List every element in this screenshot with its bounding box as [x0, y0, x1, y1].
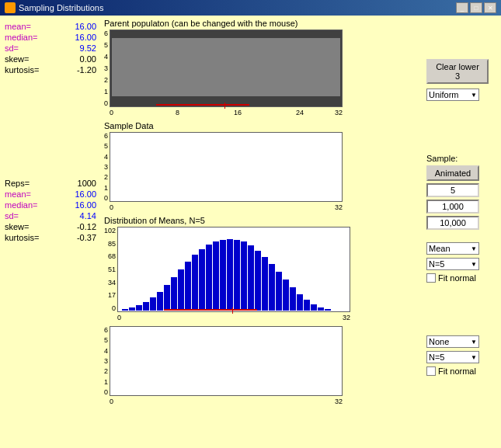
distribution-select[interactable]: Uniform ▼	[426, 89, 479, 101]
svg-rect-8	[171, 277, 177, 311]
fit-normal-checkbox[interactable]	[426, 273, 436, 283]
svg-rect-22	[269, 264, 275, 311]
n-arrow-icon: ▼	[471, 261, 477, 268]
bottom-kurtosis-value: -0.37	[65, 233, 96, 242]
n-label: N=5	[429, 259, 445, 269]
svg-rect-26	[297, 294, 303, 311]
fourth-chart-section: 6 5 4 3 2 1 0 0 32	[104, 326, 420, 405]
dist-chart-section: Distribution of Means, N=5 102 85 68 51 …	[104, 216, 420, 321]
reps-label: Reps=	[5, 179, 30, 188]
none-arrow-icon: ▼	[471, 339, 477, 346]
svg-rect-11	[192, 255, 198, 311]
bottom-kurtosis-row: kurtosis= -0.37	[5, 233, 96, 242]
maximize-button[interactable]: □	[470, 2, 482, 13]
mean-row: mean= 16.00	[5, 22, 96, 31]
bottom-mean-label: mean=	[5, 189, 31, 199]
parent-chart-section: Parent populaton (can be changed with th…	[104, 19, 420, 116]
svg-rect-7	[164, 285, 170, 311]
sd-row: sd= 9.52	[5, 43, 96, 53]
svg-rect-29	[318, 307, 324, 311]
bottom-mean-row: mean= 16.00	[5, 189, 96, 199]
reps-value: 1000	[65, 179, 96, 188]
svg-rect-28	[311, 304, 317, 311]
statistic-label: Mean	[429, 244, 451, 253]
svg-rect-4	[143, 302, 149, 311]
title-bar-left: Sampling Distributions	[5, 2, 103, 13]
fit-normal-row-2: Fit normal	[426, 366, 498, 376]
fit-normal-label: Fit normal	[438, 273, 476, 283]
bottom-sd-label: sd=	[5, 211, 19, 221]
app-icon	[5, 2, 16, 13]
statistic-arrow-icon: ▼	[471, 245, 477, 252]
fit-normal-label-2: Fit normal	[438, 366, 476, 376]
skew-row: skew= 0.00	[5, 54, 96, 64]
title-controls[interactable]: _ □ ✕	[456, 2, 496, 13]
sample-chart-title: Sample Data	[104, 121, 420, 130]
svg-rect-27	[304, 300, 310, 311]
skew-label: skew=	[5, 54, 30, 64]
svg-rect-30	[325, 309, 331, 311]
svg-rect-23	[276, 272, 282, 311]
svg-rect-13	[206, 245, 212, 311]
sd-value: 9.52	[65, 43, 96, 53]
svg-rect-21	[262, 257, 268, 311]
kurtosis-value: -1.20	[65, 65, 96, 75]
kurtosis-label: kurtosis=	[5, 65, 39, 75]
reps-row: Reps= 1000	[5, 179, 96, 188]
dist-chart: 0 32	[117, 227, 350, 321]
n-arrow-icon-2: ▼	[471, 354, 477, 361]
fit-normal-row: Fit normal	[426, 273, 498, 283]
center-panel: Parent populaton (can be changed with th…	[101, 16, 423, 448]
right-panel: Clear lower 3 Uniform ▼ Sample: Animated…	[423, 16, 501, 448]
svg-rect-12	[199, 249, 205, 311]
animated-button[interactable]: Animated	[426, 165, 479, 181]
svg-rect-20	[255, 251, 261, 311]
n5-input[interactable]: 5	[426, 183, 479, 197]
main-content: mean= 16.00 median= 16.00 sd= 9.52 skew=…	[0, 16, 501, 448]
title-bar: Sampling Distributions _ □ ✕	[0, 0, 501, 16]
bottom-median-row: median= 16.00	[5, 200, 96, 210]
bottom-skew-label: skew=	[5, 222, 30, 231]
dist-chart-title: Distribution of Means, N=5	[104, 216, 420, 225]
mean-value: 16.00	[65, 22, 96, 31]
sample-controls: Sample: Animated 5 1,000 10,000	[426, 154, 498, 230]
n-select[interactable]: N=5 ▼	[426, 258, 479, 270]
svg-rect-19	[248, 245, 254, 311]
clear-lower-area: Clear lower 3	[426, 59, 498, 84]
minimize-button[interactable]: _	[456, 2, 468, 13]
svg-rect-18	[241, 241, 247, 311]
sample-chart-section: Sample Data 6 5 4 3 2 1 0 0	[104, 121, 420, 211]
svg-rect-16	[227, 239, 233, 311]
svg-rect-17	[234, 240, 240, 311]
n1000-input[interactable]: 1,000	[426, 200, 479, 214]
bottom-mean-value: 16.00	[65, 189, 96, 199]
fourth-chart: 0 32	[110, 326, 343, 405]
svg-rect-6	[157, 292, 163, 311]
close-button[interactable]: ✕	[484, 2, 496, 13]
svg-rect-10	[185, 262, 191, 311]
svg-rect-0	[112, 38, 340, 96]
fit-normal-checkbox-2[interactable]	[426, 366, 436, 376]
svg-rect-1	[122, 309, 128, 311]
statistic-select[interactable]: Mean ▼	[426, 242, 479, 255]
sample-chart: 0 32	[110, 132, 343, 211]
median-value: 16.00	[65, 33, 96, 42]
clear-lower-button[interactable]: Clear lower 3	[426, 59, 489, 84]
top-stats-group: mean= 16.00 median= 16.00 sd= 9.52 skew=…	[5, 22, 96, 75]
n-label-2: N=5	[429, 352, 445, 362]
n-select-2[interactable]: N=5 ▼	[426, 351, 479, 363]
parent-chart[interactable]: 0 8 16 24 32	[110, 30, 343, 116]
none-select[interactable]: None ▼	[426, 335, 479, 348]
svg-rect-14	[213, 241, 219, 311]
sample-label: Sample:	[426, 154, 498, 163]
n10000-input[interactable]: 10,000	[426, 216, 479, 230]
distribution-arrow-icon: ▼	[471, 92, 477, 99]
mean-label: mean=	[5, 22, 31, 31]
skew-value: 0.00	[65, 54, 96, 64]
svg-rect-9	[178, 269, 184, 311]
kurtosis-row: kurtosis= -1.20	[5, 65, 96, 75]
svg-rect-3	[136, 305, 142, 311]
bottom-kurtosis-label: kurtosis=	[5, 233, 39, 242]
left-panel: mean= 16.00 median= 16.00 sd= 9.52 skew=…	[0, 16, 101, 448]
svg-rect-2	[129, 307, 135, 311]
